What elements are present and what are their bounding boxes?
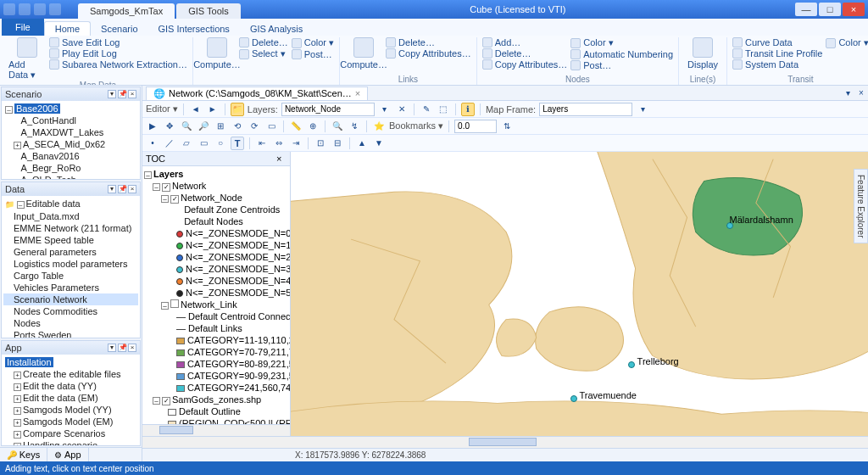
curve-data[interactable]: Curve Data — [732, 37, 822, 48]
app-item[interactable]: +Compare Scenarios — [3, 428, 138, 439]
clear-icon[interactable]: ✕ — [395, 103, 409, 116]
toc-nl-item[interactable]: CATEGORY=241,560,741;Air — [144, 382, 288, 394]
app-item[interactable]: +Handling scenario — [3, 439, 138, 445]
draw-circle-icon[interactable]: ○ — [214, 137, 227, 150]
scenario-root[interactable]: –Base2006 — [3, 103, 138, 115]
tool-b-icon[interactable]: ⬚ — [437, 103, 450, 116]
feature-explorer-tab[interactable]: Feature Explorer — [854, 169, 868, 243]
app-install[interactable]: Installation — [3, 356, 138, 368]
draw-text-icon[interactable]: T — [231, 137, 244, 150]
app-item[interactable]: +Samgods Model (YY) — [3, 404, 138, 416]
identify-icon[interactable]: ℹ — [461, 103, 475, 116]
toc-nn-item[interactable]: N<=_ZONESMODE_N=4;Ferry Termin — [144, 275, 288, 287]
group-icon[interactable]: ⊡ — [314, 137, 327, 150]
compute-nodes[interactable]: Compute… — [345, 37, 382, 70]
delete-generic[interactable]: Delete… — [386, 37, 471, 48]
scenario-item[interactable]: +A_SECA_Mid_0x62 — [3, 138, 138, 150]
app-item[interactable]: +Create the editable files — [3, 368, 138, 380]
subarea-extraction[interactable]: Subarea Network Extraction… — [49, 59, 187, 70]
panel-menu-icon[interactable]: ▾ — [108, 185, 116, 193]
panel-pin-icon[interactable]: 📌 — [118, 90, 126, 98]
add-node[interactable]: Add… — [482, 37, 568, 48]
context-tab-gis[interactable]: GIS Tools — [176, 3, 241, 19]
auto-numbering[interactable]: Automatic Numbering — [570, 49, 673, 59]
scenario-item[interactable]: A_ContHandl — [3, 115, 138, 126]
scenario-item[interactable]: A_Banav2016 — [3, 150, 138, 162]
route-icon[interactable]: ↯ — [348, 120, 361, 133]
color-node[interactable]: Color ▾ — [570, 37, 673, 48]
panel-pin-icon[interactable]: 📌 — [118, 185, 126, 193]
play-edit-log[interactable]: Play Edit Log — [49, 48, 187, 59]
bottom-tab-keys[interactable]: 🔑 Keys — [0, 448, 47, 461]
bring-front-icon[interactable]: ▲ — [355, 137, 369, 150]
panel-close-icon[interactable]: × — [128, 344, 136, 352]
align-right-icon[interactable]: ⇥ — [289, 137, 303, 150]
data-item[interactable]: Input_Data.mxd — [3, 210, 138, 222]
pan-icon[interactable]: ✥ — [163, 120, 176, 133]
display-lines[interactable]: Display — [684, 37, 721, 70]
panel-close-icon[interactable]: × — [128, 185, 136, 193]
toc-nl-item[interactable]: CATEGORY=70-79,211,711,570-579,67 — [144, 346, 288, 358]
toc-zone-item[interactable]: (REGION_COD<500 || (REGION_COD>19 — [144, 417, 288, 424]
zoom-spinner-icon[interactable]: ⇅ — [500, 120, 514, 133]
toc-network-node[interactable]: –Network_Node — [144, 192, 288, 204]
data-item[interactable]: Nodes — [3, 317, 138, 329]
window-minimize[interactable]: — — [795, 3, 817, 16]
close-icon[interactable]: × — [355, 88, 360, 98]
map-canvas[interactable]: MälardalshamnTrelleborgTravemuende Featu… — [291, 152, 868, 436]
toc-nl-item[interactable]: CATEGORY=11-19,110,201,501-509,61 — [144, 334, 288, 346]
data-item[interactable]: General parameters — [3, 246, 138, 258]
copy-attributes-links[interactable]: Copy Attributes… — [386, 48, 471, 59]
toc-nn-item[interactable]: N<=_ZONESMODE_N=5;Airport — [144, 287, 288, 299]
port-dot-trelleborg[interactable] — [628, 361, 635, 368]
data-item[interactable]: EMME Network (211 format) — [3, 222, 138, 234]
color-links[interactable]: Color ▾ — [292, 37, 334, 48]
save-edit-log[interactable]: Save Edit Log — [49, 37, 187, 48]
toc-network-link[interactable]: –Network_Link — [144, 299, 288, 310]
transit-profile[interactable]: Transit Line Profile — [732, 48, 822, 59]
toc-nn-item[interactable]: N<=_ZONESMODE_N=1;Road Termin — [144, 239, 288, 251]
panel-menu-icon[interactable]: ▾ — [108, 90, 116, 98]
post-node[interactable]: Post… — [570, 60, 673, 70]
map-hscrollbar[interactable] — [142, 436, 868, 448]
tab-scenario[interactable]: Scenario — [91, 22, 147, 36]
data-item[interactable]: Scenario Network — [3, 293, 138, 305]
scenario-item[interactable]: A_Begr_RoRo — [3, 162, 138, 174]
tab-gis-intersections[interactable]: GIS Intersections — [148, 22, 240, 36]
draw-line-icon[interactable]: ／ — [163, 137, 176, 150]
toc-nn-item[interactable]: Default Nodes — [144, 215, 288, 227]
app-item[interactable]: +Edit the data (EM) — [3, 392, 138, 404]
port-dot-malardalshamn[interactable] — [726, 222, 733, 229]
document-tab[interactable]: 🌐 Network (C:\Samgods_08\KM_Skatt\Scen… … — [146, 87, 368, 100]
prev-extent-icon[interactable]: ⟲ — [231, 120, 244, 133]
ungroup-icon[interactable]: ⊟ — [331, 137, 344, 150]
align-center-icon[interactable]: ⇔ — [272, 137, 286, 150]
editor-dropdown[interactable]: Editor ▾ — [146, 103, 178, 115]
qat-redo[interactable] — [49, 3, 61, 15]
data-root[interactable]: –Editable data — [3, 198, 138, 210]
toc-zone-item[interactable]: Default Outline — [144, 405, 288, 417]
toc-nl-item[interactable]: CATEGORY=90-99,231,590-599,731;Fe — [144, 370, 288, 382]
draw-point-icon[interactable]: • — [146, 137, 159, 150]
mapframe-dropdown-icon[interactable]: ▾ — [636, 103, 649, 116]
window-close[interactable]: × — [843, 3, 865, 16]
post-links[interactable]: Post… — [292, 49, 334, 59]
window-maximize[interactable]: □ — [819, 3, 841, 16]
zoom-input[interactable] — [454, 120, 497, 133]
context-tab-samgods[interactable]: Samgods_KmTax — [78, 3, 175, 19]
pointer-icon[interactable]: ▶ — [146, 120, 159, 133]
toc-hscrollbar[interactable] — [142, 424, 291, 436]
scenario-item[interactable]: A_OLD_Tech — [3, 174, 138, 179]
panel-menu-icon[interactable]: ▾ — [108, 344, 116, 352]
zoom-out-icon[interactable]: 🔎 — [197, 120, 210, 133]
toc-nn-item[interactable]: N<=_ZONESMODE_N=0;Zones — [144, 227, 288, 239]
system-data[interactable]: System Data — [732, 59, 822, 70]
copy-attributes-nodes[interactable]: Copy Attributes… — [482, 59, 568, 70]
tab-gis-analysis[interactable]: GIS Analysis — [240, 22, 313, 36]
toc-nl-item[interactable]: — Default Centroid Connectors — [144, 310, 288, 322]
editor-fwd-icon[interactable]: ► — [206, 103, 220, 116]
app-item[interactable]: +Edit the data (YY) — [3, 380, 138, 392]
doc-menu-icon[interactable]: ▾ — [841, 87, 854, 100]
file-tab[interactable]: File — [2, 19, 44, 36]
tab-home[interactable]: Home — [44, 21, 91, 36]
